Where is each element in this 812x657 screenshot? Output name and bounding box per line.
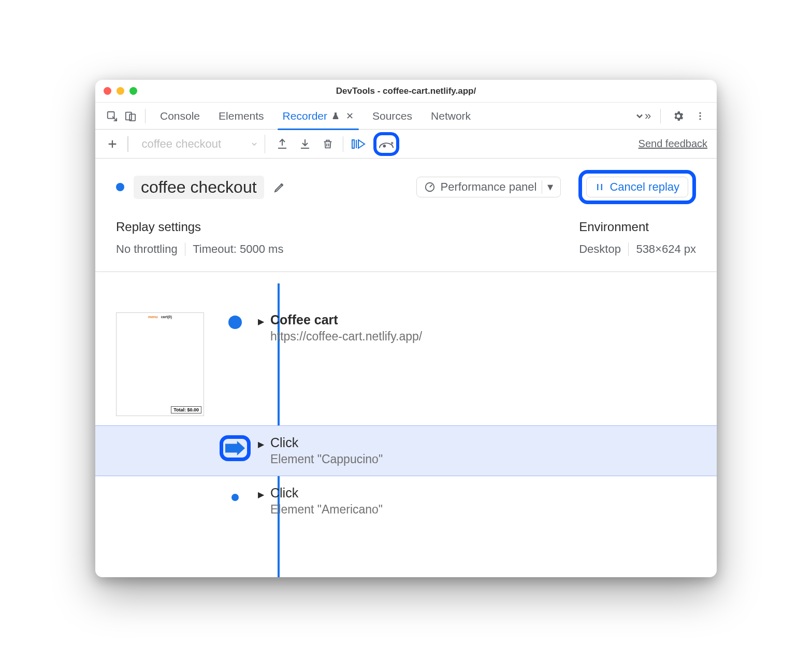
svg-point-4 xyxy=(699,115,701,117)
expand-step-icon[interactable]: ▶ xyxy=(258,439,264,449)
close-window-button[interactable] xyxy=(104,87,111,95)
close-tab-icon[interactable]: ✕ xyxy=(346,110,354,122)
tabbar: Console Elements Recorder ✕ Sources Netw… xyxy=(95,103,717,130)
timeline-node-icon xyxy=(231,494,239,501)
new-recording-icon[interactable] xyxy=(105,136,120,152)
step-row[interactable]: menucart(0) Total: $0.00 ▶ Coffee cart h… xyxy=(95,303,717,425)
tab-label: Sources xyxy=(372,110,412,122)
device-value[interactable]: Desktop xyxy=(579,242,621,256)
export-icon[interactable] xyxy=(274,136,290,152)
step-subtitle: Element "Cappucino" xyxy=(270,452,383,466)
performance-panel-select[interactable]: Performance panel ▾ xyxy=(416,177,561,197)
import-icon[interactable] xyxy=(297,136,313,152)
send-feedback-link[interactable]: Send feedback xyxy=(639,138,707,150)
current-step-highlight xyxy=(220,435,251,461)
step-thumbnail: menucart(0) Total: $0.00 xyxy=(116,312,204,416)
tab-console[interactable]: Console xyxy=(151,103,209,130)
edit-title-icon[interactable] xyxy=(273,181,286,193)
tab-network[interactable]: Network xyxy=(422,103,480,130)
recording-dropdown[interactable]: coffee checkout xyxy=(136,135,265,153)
step-title: Coffee cart xyxy=(270,312,422,327)
recording-dropdown-label: coffee checkout xyxy=(142,137,222,151)
thumb-total: Total: $0.00 xyxy=(171,406,201,413)
tab-label: Recorder xyxy=(283,110,327,122)
more-tabs-icon[interactable]: » xyxy=(633,107,652,125)
divider xyxy=(628,242,629,256)
step-title: Click xyxy=(270,435,383,450)
tab-sources[interactable]: Sources xyxy=(363,103,422,130)
performance-panel-label: Performance panel xyxy=(441,180,537,194)
recording-header: coffee checkout Performance panel ▾ Canc… xyxy=(95,159,717,216)
slow-replay-icon[interactable] xyxy=(379,136,394,152)
recorder-toolbar: coffee checkout Send feedback xyxy=(95,130,717,159)
timeout-value[interactable]: Timeout: 5000 ms xyxy=(193,242,283,256)
steps-area: menucart(0) Total: $0.00 ▶ Coffee cart h… xyxy=(95,272,717,577)
kebab-menu-icon[interactable] xyxy=(691,107,709,125)
pause-icon xyxy=(595,182,604,192)
step-title: Click xyxy=(270,485,383,501)
cancel-replay-button[interactable]: Cancel replay xyxy=(586,177,688,197)
environment-settings: Environment Desktop 538×624 px xyxy=(579,220,696,256)
tab-elements[interactable]: Elements xyxy=(209,103,273,130)
gauge-icon xyxy=(424,181,436,193)
chevron-down-icon: ▾ xyxy=(542,180,553,194)
divider xyxy=(343,136,344,152)
delete-icon[interactable] xyxy=(320,136,336,152)
window-title: DevTools - coffee-cart.netlify.app/ xyxy=(95,86,717,96)
svg-rect-6 xyxy=(352,140,354,148)
divider xyxy=(185,242,186,256)
tab-label: Console xyxy=(160,110,200,122)
svg-point-5 xyxy=(699,118,701,120)
replay-settings-heading: Replay settings xyxy=(116,220,283,234)
flask-icon xyxy=(331,112,340,120)
throttling-value[interactable]: No throttling xyxy=(116,242,178,256)
tab-recorder[interactable]: Recorder ✕ xyxy=(273,103,363,130)
expand-step-icon[interactable]: ▶ xyxy=(258,490,264,499)
devtools-window: DevTools - coffee-cart.netlify.app/ Cons… xyxy=(95,80,717,577)
timeline-node-icon xyxy=(228,316,242,329)
recording-title: coffee checkout xyxy=(134,176,264,199)
inspect-icon[interactable] xyxy=(103,107,121,125)
slow-replay-highlight xyxy=(373,132,399,156)
svg-rect-1 xyxy=(126,112,132,120)
chevron-down-icon xyxy=(250,140,258,148)
titlebar: DevTools - coffee-cart.netlify.app/ xyxy=(95,80,717,103)
tab-label: Network xyxy=(431,110,471,122)
traffic-lights xyxy=(104,87,137,95)
svg-point-3 xyxy=(699,112,701,113)
step-row[interactable]: ▶ Click Element "Americano" xyxy=(95,476,717,526)
step-subtitle: Element "Americano" xyxy=(270,503,383,517)
step-subtitle: https://coffee-cart.netlify.app/ xyxy=(270,330,422,344)
divider xyxy=(127,136,128,152)
settings-row: Replay settings No throttling Timeout: 5… xyxy=(95,216,717,272)
replay-settings: Replay settings No throttling Timeout: 5… xyxy=(116,220,283,256)
step-replay-icon[interactable] xyxy=(351,136,366,152)
maximize-window-button[interactable] xyxy=(129,87,137,95)
divider xyxy=(660,109,661,123)
svg-point-7 xyxy=(383,145,385,147)
environment-heading: Environment xyxy=(579,220,696,234)
divider xyxy=(145,109,146,123)
step-row-current[interactable]: ▶ Click Element "Cappucino" xyxy=(95,425,717,476)
cancel-replay-highlight: Cancel replay xyxy=(578,170,696,204)
tab-label: Elements xyxy=(219,110,264,122)
gear-icon[interactable] xyxy=(669,107,688,125)
dimensions-value[interactable]: 538×624 px xyxy=(636,242,696,256)
recording-indicator-icon xyxy=(116,183,124,191)
current-step-arrow-icon xyxy=(225,441,245,455)
expand-step-icon[interactable]: ▶ xyxy=(258,317,264,326)
cancel-replay-label: Cancel replay xyxy=(610,180,679,194)
device-toggle-icon[interactable] xyxy=(121,107,140,125)
minimize-window-button[interactable] xyxy=(117,87,124,95)
